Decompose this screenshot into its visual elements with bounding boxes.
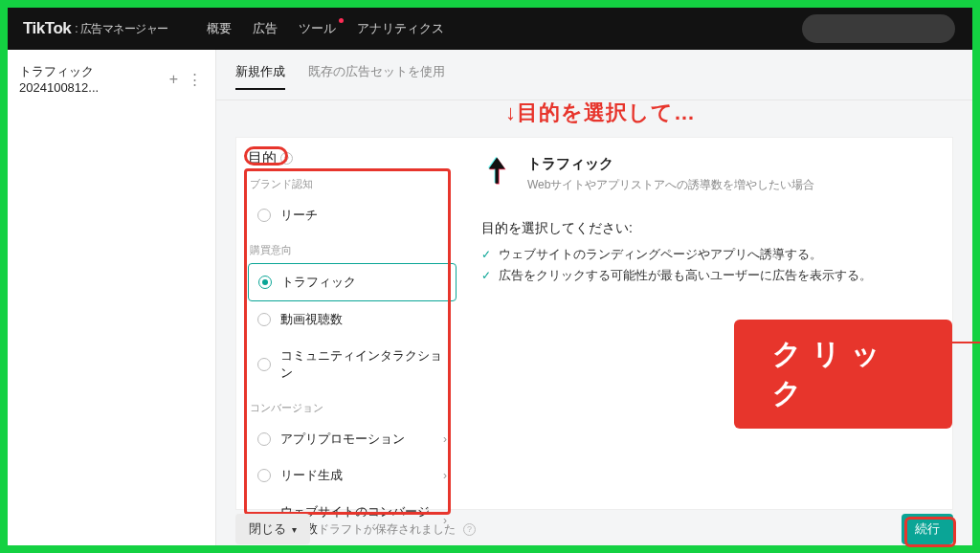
topbar: TikTok : 広告マネージャー 概要 広告 ツール アナリティクス (8, 8, 972, 50)
radio-icon (257, 313, 271, 326)
radio-icon (257, 432, 271, 446)
nav-analytics[interactable]: アナリティクス (357, 20, 444, 37)
objective-panel: 目的 ? ブランド認知 リーチ 購買意向 トラフィック (235, 137, 953, 510)
close-button-label: 閉じる (249, 520, 286, 538)
close-button[interactable]: 閉じる ▾ (235, 514, 310, 544)
help-icon[interactable]: ? (280, 152, 293, 165)
radio-icon (257, 358, 271, 371)
detail-bullet-2: ✓ 広告をクリックする可能性が最も高いユーザーに広告を表示する。 (481, 268, 927, 284)
content: ↓目的を選択して… 目的 ? ブランド認知 リーチ (216, 100, 972, 550)
add-campaign-icon[interactable]: + (169, 71, 178, 88)
objective-lead-gen-label: リード生成 (280, 467, 343, 484)
nav-ads[interactable]: 広告 (253, 20, 278, 37)
chevron-down-icon: ▾ (292, 524, 297, 535)
detail-title: トラフィック (527, 155, 814, 173)
logo: TikTok : 広告マネージャー (23, 19, 168, 38)
sidebar-campaign-item[interactable]: トラフィック 2024100812... + ⋮ (19, 63, 204, 95)
objective-title: 目的 (248, 149, 277, 167)
objective-community[interactable]: コミュニティインタラクション (248, 338, 457, 391)
chevron-right-icon: › (443, 469, 447, 482)
detail-prompt: 目的を選択してください: (481, 220, 927, 237)
search-input[interactable] (802, 14, 955, 43)
continue-button[interactable]: 続行 (902, 514, 953, 544)
group-conversion: コンバージョン (250, 401, 457, 415)
check-icon: ✓ (481, 269, 491, 282)
objective-community-label: コミュニティインタラクション (280, 347, 447, 382)
traffic-icon (481, 155, 514, 188)
objective-reach-label: リーチ (280, 207, 318, 224)
app-frame: TikTok : 広告マネージャー 概要 広告 ツール アナリティクス トラフィ… (8, 8, 972, 545)
objective-detail: トラフィック Webサイトやアプリストアへの誘導数を増やしたい場合 目的を選択し… (457, 138, 952, 509)
logo-subtitle: : 広告マネージャー (75, 21, 168, 37)
detail-subtitle: Webサイトやアプリストアへの誘導数を増やしたい場合 (527, 177, 814, 193)
chevron-right-icon: › (443, 432, 447, 446)
body: トラフィック 2024100812... + ⋮ 新規作成 既存の広告セットを使… (8, 50, 972, 545)
more-menu-icon[interactable]: ⋮ (188, 71, 204, 88)
objective-traffic[interactable]: トラフィック (248, 263, 457, 301)
annotation-click-callout: クリック (734, 320, 952, 429)
annotation-select-objective: ↓目的を選択して… (505, 99, 696, 127)
annotation-connector (936, 342, 980, 343)
footer: 閉じる ▾ ドラフトが保存されました ? 続行 (235, 514, 953, 544)
objective-app-promo[interactable]: アプリプロモーション › (248, 421, 457, 457)
notification-dot-icon (339, 18, 344, 23)
check-icon: ✓ (481, 248, 491, 261)
detail-bullet-1: ✓ ウェブサイトのランディングページやアプリへ誘導する。 (481, 247, 927, 263)
draft-saved-text: ドラフトが保存されました (318, 521, 456, 538)
group-brand-awareness: ブランド認知 (250, 177, 457, 191)
objective-video-views-label: 動画視聴数 (280, 311, 343, 328)
objective-traffic-label: トラフィック (281, 274, 356, 291)
objective-reach[interactable]: リーチ (248, 197, 457, 233)
detail-bullet-2-text: 広告をクリックする可能性が最も高いユーザーに広告を表示する。 (499, 268, 872, 284)
help-icon[interactable]: ? (463, 523, 476, 536)
top-nav: 概要 広告 ツール アナリティクス (207, 20, 444, 37)
group-consideration: 購買意向 (250, 243, 457, 257)
radio-icon (258, 276, 272, 289)
radio-icon (257, 209, 271, 222)
logo-text: TikTok (23, 19, 71, 38)
radio-icon (257, 469, 271, 482)
nav-tools[interactable]: ツール (299, 20, 336, 37)
tab-new[interactable]: 新規作成 (235, 63, 285, 90)
objective-list: 目的 ? ブランド認知 リーチ 購買意向 トラフィック (236, 138, 457, 509)
objective-video-views[interactable]: 動画視聴数 (248, 301, 457, 338)
nav-tools-label: ツール (299, 21, 336, 35)
main: 新規作成 既存の広告セットを使用 ↓目的を選択して… 目的 ? ブランド認知 (216, 50, 972, 545)
objective-app-promo-label: アプリプロモーション (280, 431, 405, 448)
sidebar: トラフィック 2024100812... + ⋮ (8, 50, 216, 545)
nav-overview[interactable]: 概要 (207, 20, 232, 37)
detail-bullet-1-text: ウェブサイトのランディングページやアプリへ誘導する。 (499, 247, 822, 263)
tabs: 新規作成 既存の広告セットを使用 (216, 50, 972, 100)
tab-existing[interactable]: 既存の広告セットを使用 (308, 63, 445, 88)
objective-lead-gen[interactable]: リード生成 › (248, 457, 457, 494)
sidebar-campaign-label: トラフィック 2024100812... (19, 63, 169, 95)
